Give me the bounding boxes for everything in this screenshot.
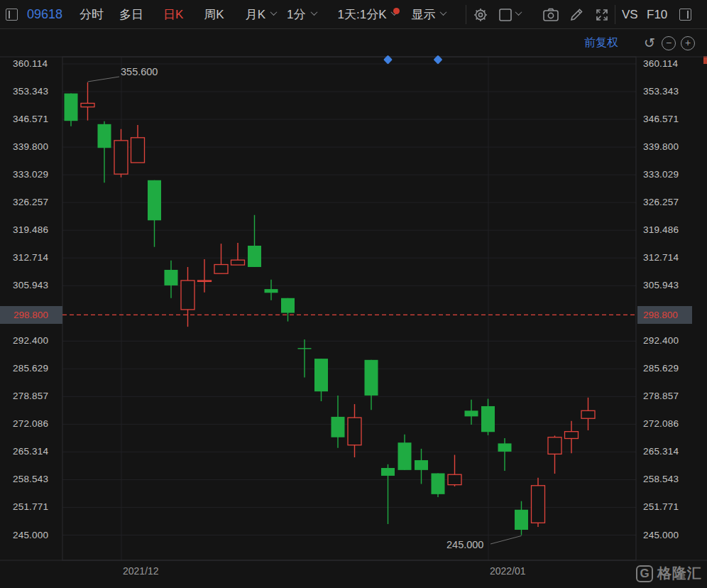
candle-body-down <box>314 359 328 391</box>
trading-app-window: 09618 分时多日日K周K月K1分1天:1分K显示 VS <box>0 0 707 588</box>
axis-tick-label: 346.571 <box>643 114 679 124</box>
candle-body-up <box>532 486 545 523</box>
candle-body-down <box>248 246 261 267</box>
candle-body-down <box>515 510 528 530</box>
axis-tick-label: 292.400 <box>643 335 679 346</box>
axis-tick-label: 245.000 <box>13 530 48 540</box>
low-annotation: 245.000 <box>446 539 483 550</box>
candle-body-up <box>198 281 212 281</box>
axis-tick-label: 245.000 <box>643 530 679 540</box>
axis-tick-label: 272.086 <box>13 418 48 429</box>
axis-tick-label: 305.943 <box>643 280 679 290</box>
candle-body-down <box>298 348 312 349</box>
axis-tick-label: 319.486 <box>13 224 48 235</box>
candle-body-down <box>281 298 295 313</box>
annotation-line-high <box>88 77 120 82</box>
candle-body-up <box>548 437 561 454</box>
axis-tick-label: 285.629 <box>13 363 48 374</box>
candle-body-up <box>81 103 94 107</box>
axis-tick-label: 319.486 <box>643 224 679 235</box>
axis-tick-label: 272.086 <box>643 418 679 429</box>
axis-tick-label: 292.400 <box>13 335 48 346</box>
axis-tick-label: 339.800 <box>643 141 679 152</box>
axis-tick-label: 285.629 <box>643 363 679 374</box>
axis-tick-label: 339.800 <box>13 141 48 152</box>
candle-body-up <box>348 418 361 445</box>
prev-close-label-right: 298.800 <box>637 306 692 324</box>
axis-tick-label: 278.857 <box>13 391 48 401</box>
candle-body-up <box>581 410 595 418</box>
candle-body-up <box>214 265 228 274</box>
candle-body-down <box>365 360 378 396</box>
candle-body-down <box>398 442 412 470</box>
candle-body-down <box>331 417 345 437</box>
axis-tick-label: 251.771 <box>13 501 48 512</box>
high-annotation: 355.600 <box>121 66 158 77</box>
annotation-line-low <box>490 536 522 544</box>
axis-tick-label: 360.114 <box>13 58 48 69</box>
axis-tick-label: 251.771 <box>643 501 679 512</box>
candle-body-down <box>465 410 478 416</box>
candle-body-up <box>448 474 461 484</box>
watermark-text: 格隆汇 <box>657 564 702 583</box>
candlestick-chart[interactable] <box>0 0 707 588</box>
axis-tick-label: 265.314 <box>13 446 48 457</box>
x-axis-label-dec: 2021/12 <box>123 565 159 577</box>
axis-tick-label: 353.343 <box>643 86 679 97</box>
candle-body-down <box>432 473 445 494</box>
axis-tick-label: 326.257 <box>643 197 679 207</box>
event-marker-icon <box>433 55 442 64</box>
candle-body-up <box>231 260 245 265</box>
plot-border <box>62 57 636 560</box>
candle-body-down <box>415 460 428 470</box>
candle-body-down <box>65 94 78 121</box>
candle-body-up <box>565 432 579 439</box>
axis-tick-label: 333.029 <box>643 169 679 180</box>
axis-tick-label: 326.257 <box>13 197 48 207</box>
candle-body-down <box>381 468 395 476</box>
axis-tick-label: 346.571 <box>13 114 48 124</box>
candle-body-down <box>265 289 278 293</box>
axis-tick-label: 278.857 <box>643 391 679 401</box>
candle-body-up <box>181 281 194 310</box>
candle-body-up <box>131 138 145 163</box>
axis-tick-label: 360.114 <box>643 58 678 69</box>
candle-body-down <box>481 406 495 432</box>
event-marker-icon <box>383 55 393 64</box>
axis-tick-label: 312.714 <box>643 252 679 263</box>
axis-tick-label: 258.543 <box>643 474 679 484</box>
candle-body-down <box>498 443 512 452</box>
candle-body-down <box>98 124 111 148</box>
candle-body-up <box>114 141 128 174</box>
axis-tick-label: 305.943 <box>13 280 48 290</box>
prev-close-label-left: 298.800 <box>0 306 62 324</box>
candle-body-down <box>148 180 161 220</box>
axis-tick-label: 265.314 <box>643 446 679 457</box>
x-axis-label-jan: 2022/01 <box>490 565 526 577</box>
gelonghui-logo-icon: G <box>636 565 653 582</box>
axis-tick-label: 258.543 <box>13 474 48 484</box>
candle-body-down <box>165 270 178 285</box>
axis-tick-label: 312.714 <box>13 252 48 263</box>
axis-tick-label: 333.029 <box>13 169 48 180</box>
watermark: G 格隆汇 <box>636 564 702 583</box>
axis-tick-label: 353.343 <box>13 86 48 97</box>
